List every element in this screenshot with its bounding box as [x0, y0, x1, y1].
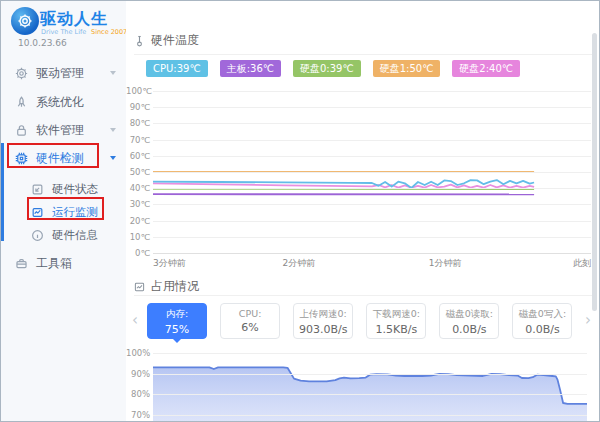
usage-card-memory[interactable]: 内存: 75%	[147, 303, 207, 339]
grid-line	[153, 253, 591, 254]
sidebar-item-software-management[interactable]: 软件管理	[1, 118, 126, 142]
legend-chip-disk2[interactable]: 硬盘2:40℃	[452, 60, 520, 77]
x-tick-label: 2分钟前	[282, 257, 315, 270]
usage-cards: 内存: 75% CPU: 6% 上传网速0: 903.0B/s 下载网速0: 1…	[147, 303, 584, 343]
grid-line	[153, 237, 591, 238]
brand-name: 驱动人生	[40, 9, 108, 30]
x-tick-label: 3分钟前	[153, 257, 186, 270]
grid-line	[153, 204, 591, 205]
divider	[134, 295, 592, 296]
grid-line	[153, 123, 591, 124]
thermometer-icon	[134, 35, 145, 47]
usage-section-title: 占用情况	[151, 278, 199, 295]
toolbox-icon	[15, 257, 28, 270]
y-tick-label: 70%	[126, 410, 150, 420]
y-tick-label: 60℃	[126, 151, 150, 161]
x-tick-label: 1分钟前	[429, 257, 462, 270]
active-card-pointer	[172, 338, 182, 343]
usage-card-cpu[interactable]: CPU: 6%	[220, 303, 280, 339]
sidebar-item-label: 硬件状态	[52, 182, 98, 197]
y-tick-label: 30℃	[126, 199, 150, 209]
chevron-down-icon	[110, 128, 116, 132]
grid-line	[153, 374, 587, 375]
sidebar-item-label: 工具箱	[36, 255, 72, 272]
y-tick-label: 100%	[126, 348, 150, 358]
sidebar-item-label: 硬件信息	[52, 228, 98, 243]
monitor-chart-icon	[31, 206, 44, 219]
grid-line	[153, 107, 591, 108]
x-tick-label: 此刻	[573, 257, 591, 270]
y-tick-label: 70℃	[126, 135, 150, 145]
sidebar-item-label: 硬件检测	[36, 150, 84, 167]
sidebar-item-driver-management[interactable]: 驱动管理	[1, 61, 126, 85]
y-tick-label: 20℃	[126, 216, 150, 226]
usage-card-upload[interactable]: 上传网速0: 903.0B/s	[293, 303, 353, 339]
grid-line	[153, 156, 591, 157]
divider	[134, 54, 592, 55]
grid-line	[153, 140, 591, 141]
cards-scroll-right-icon[interactable]: ›	[585, 309, 591, 331]
usage-section-header: 占用情况	[134, 278, 199, 295]
grid-line	[153, 394, 587, 395]
y-tick-label: 80%	[126, 389, 150, 399]
usage-chart	[153, 353, 587, 422]
legend-chip-cpu[interactable]: CPU:39℃	[146, 60, 208, 77]
app-logo-icon	[11, 7, 39, 35]
grid-line	[153, 415, 587, 416]
sidebar-item-system-optimization[interactable]: 系统优化	[1, 90, 126, 114]
legend-chip-disk0[interactable]: 硬盘0:39℃	[293, 60, 361, 77]
temp-section-title: 硬件温度	[151, 32, 199, 49]
legend-chip-disk1[interactable]: 硬盘1:50℃	[373, 60, 441, 77]
sidebar-item-hardware-detection[interactable]: 硬件检测	[1, 146, 126, 170]
chevron-down-icon	[110, 71, 116, 75]
main-content: 硬件温度 CPU:39℃ 主板:36℃ 硬盘0:39℃ 硬盘1:50℃ 硬盘2:…	[126, 1, 600, 422]
rocket-icon	[15, 96, 28, 109]
hardware-status-icon	[31, 183, 44, 196]
sidebar-item-label: 驱动管理	[36, 65, 84, 82]
app-window: 驱动人生 Drive The Life Since 2007 10.0.23.6…	[0, 0, 600, 422]
y-tick-label: 90℃	[126, 102, 150, 112]
y-tick-label: 90%	[126, 369, 150, 379]
grid-line	[153, 91, 591, 92]
sidebar-item-toolbox[interactable]: 工具箱	[1, 251, 126, 275]
gear-icon	[15, 67, 28, 80]
y-tick-label: 0℃	[126, 248, 150, 258]
grid-line	[153, 353, 587, 354]
usage-card-disk0-write[interactable]: 磁盘0写入: 0.0B/s	[512, 303, 572, 339]
sidebar-item-hardware-status[interactable]: 硬件状态	[1, 177, 126, 201]
chip-icon	[15, 152, 28, 165]
lock-icon	[15, 124, 28, 137]
vertical-scrollbar[interactable]	[592, 33, 597, 311]
usage-card-disk0-read[interactable]: 磁盘0读取: 0.0B/s	[439, 303, 499, 339]
grid-line	[153, 221, 591, 222]
sidebar-item-label: 系统优化	[36, 94, 84, 111]
sidebar-item-label: 软件管理	[36, 122, 84, 139]
sidebar: 驱动人生 Drive The Life Since 2007 10.0.23.6…	[1, 1, 126, 422]
sidebar-item-hardware-info[interactable]: 硬件信息	[1, 223, 126, 247]
grid-line	[153, 188, 591, 189]
usage-chart-icon	[134, 281, 145, 293]
y-tick-label: 10℃	[126, 232, 150, 242]
info-icon	[31, 229, 44, 242]
grid-line	[153, 172, 591, 173]
temp-legend: CPU:39℃ 主板:36℃ 硬盘0:39℃ 硬盘1:50℃ 硬盘2:40℃	[146, 60, 532, 77]
sidebar-item-running-monitor[interactable]: 运行监测	[1, 200, 126, 224]
chevron-down-icon	[110, 156, 116, 160]
temp-section-header: 硬件温度	[134, 32, 199, 49]
y-tick-label: 50℃	[126, 167, 150, 177]
app-version: 10.0.23.66	[18, 38, 67, 48]
brand-tagline: Drive The Life	[41, 28, 86, 36]
legend-chip-mainboard[interactable]: 主板:36℃	[220, 60, 281, 77]
usage-card-download[interactable]: 下载网速0: 1.5KB/s	[366, 303, 426, 339]
brand-since: Since 2007	[91, 28, 127, 36]
y-tick-label: 80℃	[126, 118, 150, 128]
y-tick-label: 40℃	[126, 183, 150, 193]
temperature-chart	[153, 91, 591, 255]
sidebar-item-label: 运行监测	[52, 205, 98, 220]
y-tick-label: 100℃	[126, 86, 150, 96]
cards-scroll-left-icon[interactable]: ‹	[132, 309, 138, 331]
